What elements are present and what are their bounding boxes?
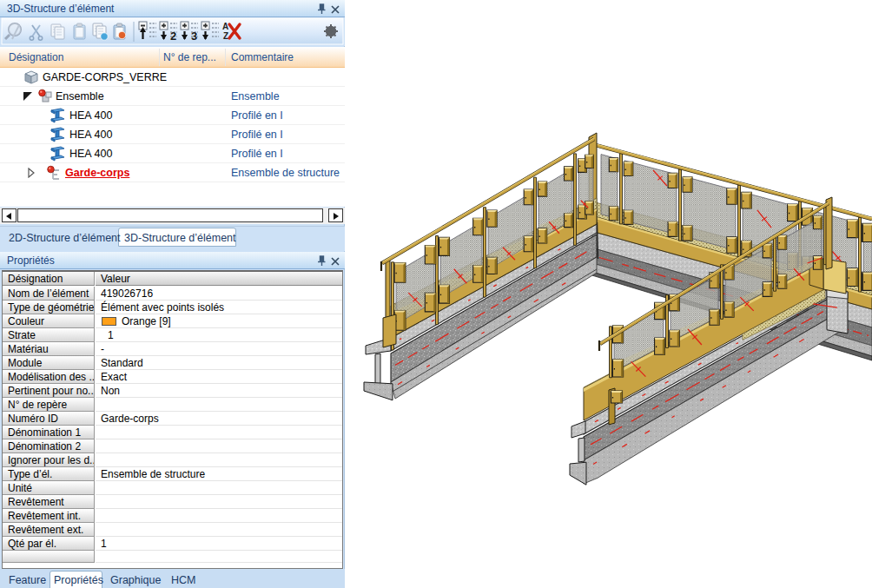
- svg-text:A: A: [222, 22, 228, 31]
- svg-text:2: 2: [170, 30, 176, 43]
- svg-text:3: 3: [191, 30, 197, 43]
- svg-text:Z: Z: [223, 31, 228, 41]
